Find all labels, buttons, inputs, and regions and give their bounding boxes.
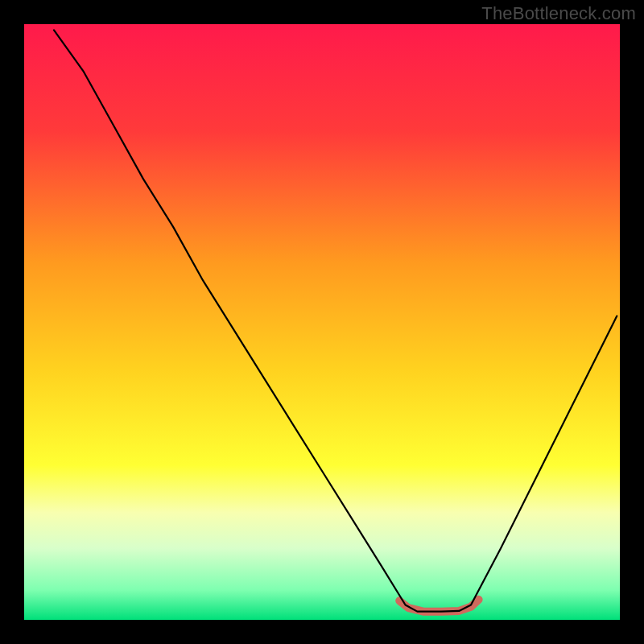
plot-background: [24, 24, 620, 620]
chart-stage: TheBottleneck.com: [0, 0, 644, 644]
bottleneck-chart: [0, 0, 644, 644]
watermark-text: TheBottleneck.com: [481, 3, 636, 24]
